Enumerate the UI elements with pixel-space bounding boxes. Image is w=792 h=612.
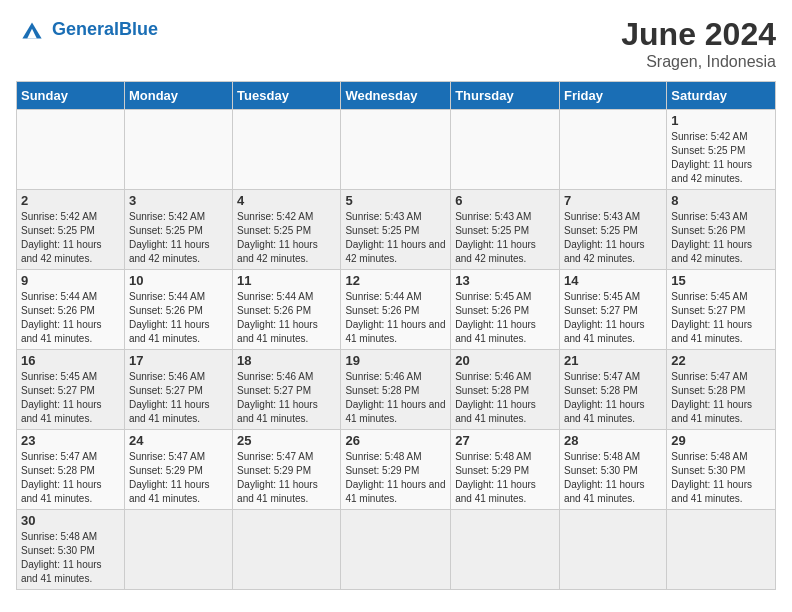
week-row-1: 2Sunrise: 5:42 AM Sunset: 5:25 PM Daylig… [17, 190, 776, 270]
day-cell: 20Sunrise: 5:46 AM Sunset: 5:28 PM Dayli… [451, 350, 560, 430]
header-day-wednesday: Wednesday [341, 82, 451, 110]
title-area: June 2024 Sragen, Indonesia [621, 16, 776, 71]
day-info: Sunrise: 5:48 AM Sunset: 5:29 PM Dayligh… [455, 450, 555, 506]
day-cell: 14Sunrise: 5:45 AM Sunset: 5:27 PM Dayli… [559, 270, 666, 350]
day-cell: 8Sunrise: 5:43 AM Sunset: 5:26 PM Daylig… [667, 190, 776, 270]
day-number: 14 [564, 273, 662, 288]
week-row-2: 9Sunrise: 5:44 AM Sunset: 5:26 PM Daylig… [17, 270, 776, 350]
day-info: Sunrise: 5:45 AM Sunset: 5:27 PM Dayligh… [21, 370, 120, 426]
calendar-body: 1Sunrise: 5:42 AM Sunset: 5:25 PM Daylig… [17, 110, 776, 590]
day-number: 23 [21, 433, 120, 448]
day-cell [17, 110, 125, 190]
day-number: 17 [129, 353, 228, 368]
day-info: Sunrise: 5:46 AM Sunset: 5:27 PM Dayligh… [129, 370, 228, 426]
day-number: 25 [237, 433, 336, 448]
day-info: Sunrise: 5:43 AM Sunset: 5:26 PM Dayligh… [671, 210, 771, 266]
header-day-saturday: Saturday [667, 82, 776, 110]
day-info: Sunrise: 5:43 AM Sunset: 5:25 PM Dayligh… [455, 210, 555, 266]
day-cell [667, 510, 776, 590]
day-number: 30 [21, 513, 120, 528]
day-cell [124, 110, 232, 190]
day-number: 24 [129, 433, 228, 448]
header-day-thursday: Thursday [451, 82, 560, 110]
day-info: Sunrise: 5:47 AM Sunset: 5:28 PM Dayligh… [564, 370, 662, 426]
calendar-table: SundayMondayTuesdayWednesdayThursdayFrid… [16, 81, 776, 590]
day-number: 27 [455, 433, 555, 448]
day-cell: 22Sunrise: 5:47 AM Sunset: 5:28 PM Dayli… [667, 350, 776, 430]
day-cell: 27Sunrise: 5:48 AM Sunset: 5:29 PM Dayli… [451, 430, 560, 510]
day-info: Sunrise: 5:45 AM Sunset: 5:27 PM Dayligh… [564, 290, 662, 346]
calendar-header: SundayMondayTuesdayWednesdayThursdayFrid… [17, 82, 776, 110]
day-cell: 9Sunrise: 5:44 AM Sunset: 5:26 PM Daylig… [17, 270, 125, 350]
day-cell: 29Sunrise: 5:48 AM Sunset: 5:30 PM Dayli… [667, 430, 776, 510]
day-info: Sunrise: 5:47 AM Sunset: 5:28 PM Dayligh… [21, 450, 120, 506]
day-info: Sunrise: 5:47 AM Sunset: 5:28 PM Dayligh… [671, 370, 771, 426]
logo-icon [16, 16, 48, 44]
header-day-friday: Friday [559, 82, 666, 110]
day-number: 29 [671, 433, 771, 448]
day-number: 9 [21, 273, 120, 288]
day-info: Sunrise: 5:48 AM Sunset: 5:29 PM Dayligh… [345, 450, 446, 506]
day-info: Sunrise: 5:43 AM Sunset: 5:25 PM Dayligh… [345, 210, 446, 266]
day-number: 18 [237, 353, 336, 368]
day-cell: 3Sunrise: 5:42 AM Sunset: 5:25 PM Daylig… [124, 190, 232, 270]
day-info: Sunrise: 5:42 AM Sunset: 5:25 PM Dayligh… [237, 210, 336, 266]
day-cell: 10Sunrise: 5:44 AM Sunset: 5:26 PM Dayli… [124, 270, 232, 350]
page-header: GeneralBlue June 2024 Sragen, Indonesia [16, 16, 776, 71]
day-cell: 28Sunrise: 5:48 AM Sunset: 5:30 PM Dayli… [559, 430, 666, 510]
day-cell: 11Sunrise: 5:44 AM Sunset: 5:26 PM Dayli… [233, 270, 341, 350]
header-day-tuesday: Tuesday [233, 82, 341, 110]
logo-general: General [52, 19, 119, 39]
day-info: Sunrise: 5:47 AM Sunset: 5:29 PM Dayligh… [129, 450, 228, 506]
day-cell: 21Sunrise: 5:47 AM Sunset: 5:28 PM Dayli… [559, 350, 666, 430]
day-number: 4 [237, 193, 336, 208]
day-cell: 2Sunrise: 5:42 AM Sunset: 5:25 PM Daylig… [17, 190, 125, 270]
day-cell [233, 110, 341, 190]
day-info: Sunrise: 5:45 AM Sunset: 5:27 PM Dayligh… [671, 290, 771, 346]
day-cell: 30Sunrise: 5:48 AM Sunset: 5:30 PM Dayli… [17, 510, 125, 590]
day-cell [451, 510, 560, 590]
day-info: Sunrise: 5:47 AM Sunset: 5:29 PM Dayligh… [237, 450, 336, 506]
day-cell [341, 510, 451, 590]
day-info: Sunrise: 5:44 AM Sunset: 5:26 PM Dayligh… [345, 290, 446, 346]
day-number: 15 [671, 273, 771, 288]
day-cell [233, 510, 341, 590]
day-info: Sunrise: 5:43 AM Sunset: 5:25 PM Dayligh… [564, 210, 662, 266]
day-cell: 19Sunrise: 5:46 AM Sunset: 5:28 PM Dayli… [341, 350, 451, 430]
month-title: June 2024 [621, 16, 776, 53]
day-number: 7 [564, 193, 662, 208]
day-info: Sunrise: 5:42 AM Sunset: 5:25 PM Dayligh… [21, 210, 120, 266]
day-info: Sunrise: 5:42 AM Sunset: 5:25 PM Dayligh… [671, 130, 771, 186]
day-cell: 13Sunrise: 5:45 AM Sunset: 5:26 PM Dayli… [451, 270, 560, 350]
day-cell: 15Sunrise: 5:45 AM Sunset: 5:27 PM Dayli… [667, 270, 776, 350]
week-row-0: 1Sunrise: 5:42 AM Sunset: 5:25 PM Daylig… [17, 110, 776, 190]
day-cell [559, 510, 666, 590]
day-cell: 17Sunrise: 5:46 AM Sunset: 5:27 PM Dayli… [124, 350, 232, 430]
day-cell: 16Sunrise: 5:45 AM Sunset: 5:27 PM Dayli… [17, 350, 125, 430]
day-number: 22 [671, 353, 771, 368]
day-number: 11 [237, 273, 336, 288]
day-cell: 4Sunrise: 5:42 AM Sunset: 5:25 PM Daylig… [233, 190, 341, 270]
day-cell: 23Sunrise: 5:47 AM Sunset: 5:28 PM Dayli… [17, 430, 125, 510]
day-info: Sunrise: 5:46 AM Sunset: 5:28 PM Dayligh… [455, 370, 555, 426]
day-cell: 26Sunrise: 5:48 AM Sunset: 5:29 PM Dayli… [341, 430, 451, 510]
day-info: Sunrise: 5:46 AM Sunset: 5:28 PM Dayligh… [345, 370, 446, 426]
week-row-4: 23Sunrise: 5:47 AM Sunset: 5:28 PM Dayli… [17, 430, 776, 510]
week-row-3: 16Sunrise: 5:45 AM Sunset: 5:27 PM Dayli… [17, 350, 776, 430]
day-info: Sunrise: 5:44 AM Sunset: 5:26 PM Dayligh… [129, 290, 228, 346]
day-info: Sunrise: 5:48 AM Sunset: 5:30 PM Dayligh… [671, 450, 771, 506]
day-number: 26 [345, 433, 446, 448]
day-info: Sunrise: 5:42 AM Sunset: 5:25 PM Dayligh… [129, 210, 228, 266]
day-cell: 18Sunrise: 5:46 AM Sunset: 5:27 PM Dayli… [233, 350, 341, 430]
day-number: 1 [671, 113, 771, 128]
week-row-5: 30Sunrise: 5:48 AM Sunset: 5:30 PM Dayli… [17, 510, 776, 590]
day-number: 10 [129, 273, 228, 288]
location: Sragen, Indonesia [621, 53, 776, 71]
day-number: 6 [455, 193, 555, 208]
day-number: 2 [21, 193, 120, 208]
header-day-monday: Monday [124, 82, 232, 110]
day-number: 20 [455, 353, 555, 368]
day-cell: 1Sunrise: 5:42 AM Sunset: 5:25 PM Daylig… [667, 110, 776, 190]
day-info: Sunrise: 5:44 AM Sunset: 5:26 PM Dayligh… [237, 290, 336, 346]
day-number: 3 [129, 193, 228, 208]
